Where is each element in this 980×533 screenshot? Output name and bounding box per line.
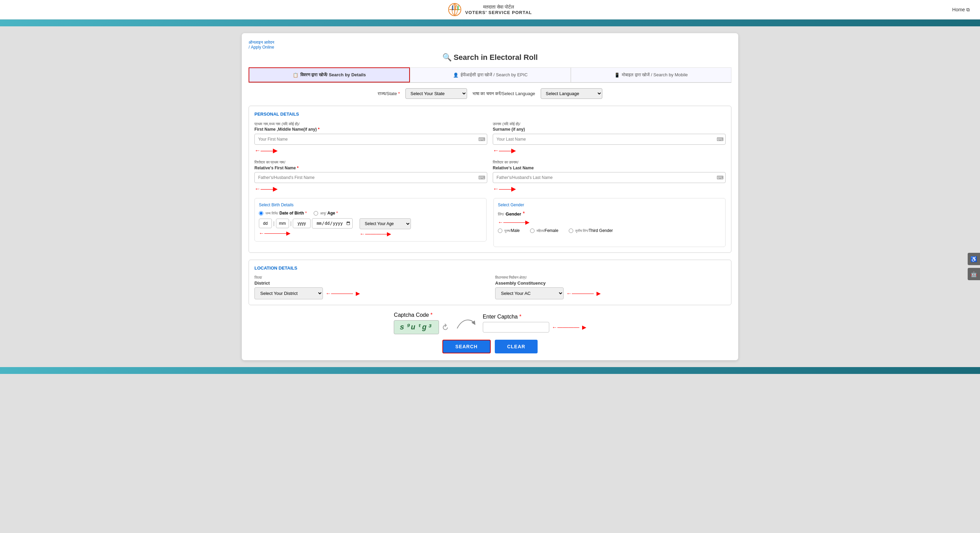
enter-captcha-label: Enter Captcha *	[483, 314, 522, 319]
relative-last-label: रिश्तेदार का उपनाम/ Relative's Last Name	[493, 160, 725, 171]
relative-first-field: रिश्तेदार का प्रथम नाम/ Relative's First…	[255, 160, 487, 193]
age-radio-label[interactable]: आयु/ Age *	[313, 211, 338, 216]
state-select[interactable]: Select Your State	[406, 88, 467, 99]
tab-bar: 📋 विवरण द्वारा खोजें/ Search by Details …	[248, 67, 732, 83]
surname-field: उपनाम (यदि कोई हो)/ Surname (if any) ⌨ ←…	[493, 121, 725, 154]
chat-button[interactable]: 🤖	[968, 268, 980, 280]
language-filter-label: भाषा का चयन करें/Select Language	[473, 91, 535, 97]
keyboard-icon-1: ⌨	[478, 136, 485, 142]
language-select[interactable]: Select Language	[541, 88, 602, 99]
gender-options: पुरुष/Male महिला/Female तृतीय लिंग/Third…	[498, 228, 721, 233]
relative-first-input-wrapper: ⌨	[255, 172, 487, 183]
tab-mobile[interactable]: 📱 मोबाइल द्वारा खोजें / Search by Mobile	[571, 67, 732, 82]
district-field: जिला/ District Select Your District ←———…	[255, 275, 485, 299]
arrow-captcha: ←————	[552, 324, 579, 330]
floating-buttons: ♿ 🤖	[968, 253, 980, 280]
tab-mobile-label: मोबाइल द्वारा खोजें / Search by Mobile	[622, 72, 688, 78]
ac-label: विधानसभा निर्वाचन क्षेत्र/ Assembly Cons…	[495, 275, 725, 286]
keyboard-icon-4: ⌨	[717, 175, 724, 180]
logo-icon	[448, 3, 461, 16]
tab-epic[interactable]: 👤 ईपीआईसी द्वारा खोजें / Search by EPIC	[410, 67, 571, 82]
gender-section: Select Gender लिंग/ Gender * ←———— ▶ पुर…	[493, 198, 725, 247]
dob-radio-label[interactable]: जन्म तिथि/ Date of Birth *	[259, 211, 307, 216]
dob-date-input[interactable]	[312, 218, 353, 228]
logo-area: मतदाता सेवा पोर्टल VOTERS' SERVICE PORTA…	[448, 3, 532, 16]
filter-row: राज्य/State * Select Your State भाषा का …	[248, 88, 732, 99]
location-section-title: LOCATION DETAILS	[255, 265, 725, 271]
age-select[interactable]: Select Your Age	[360, 218, 411, 229]
search-icon: 🔍	[442, 53, 452, 62]
location-fields-row: जिला/ District Select Your District ←———…	[255, 275, 725, 299]
button-row: SEARCH CLEAR	[248, 340, 732, 354]
portal-english: VOTERS' SERVICE PORTAL	[465, 10, 532, 15]
tab-epic-icon: 👤	[453, 73, 458, 78]
relative-last-field: रिश्तेदार का उपनाम/ Relative's Last Name…	[493, 160, 725, 193]
birth-radio-row: जन्म तिथि/ Date of Birth * आयु/ Age *	[259, 211, 482, 216]
main-content: ऑनलाइन आवेदन / Apply Online 🔍 Search in …	[242, 33, 738, 360]
tab-details[interactable]: 📋 विवरण द्वारा खोजें/ Search by Details	[248, 67, 410, 82]
age-radio[interactable]	[313, 211, 318, 216]
district-label: जिला/ District	[255, 275, 485, 286]
dob-mm-input[interactable]	[276, 219, 289, 228]
svg-rect-5	[455, 5, 456, 10]
relative-first-input[interactable]	[255, 172, 487, 183]
arrow-age: ←————	[360, 231, 387, 237]
birth-gender-row: Select Birth Details जन्म तिथि/ Date of …	[255, 198, 725, 247]
dob-dd-input[interactable]	[259, 219, 272, 228]
clear-button[interactable]: CLEAR	[495, 340, 538, 354]
svg-rect-4	[452, 5, 453, 10]
teal-banner	[0, 19, 980, 26]
first-name-input-wrapper: ⌨	[255, 134, 487, 145]
arrow-ac: ←————	[566, 290, 594, 297]
captcha-section: Captcha Code * s⁹uᵗg³ ↻	[248, 312, 732, 334]
ac-field: विधानसभा निर्वाचन क्षेत्र/ Assembly Cons…	[495, 275, 725, 299]
home-link[interactable]: Home ⧉	[952, 7, 970, 13]
captcha-input[interactable]	[483, 322, 549, 333]
birth-details-box: Select Birth Details जन्म तिथि/ Date of …	[255, 198, 487, 241]
first-name-label: प्रथम नाम,मध्य नाम (यदि कोई हो)/ First N…	[255, 121, 487, 132]
captcha-code-group: Captcha Code * s⁹uᵗg³ ↻	[394, 312, 448, 334]
captcha-image: s⁹uᵗg³	[394, 320, 439, 334]
relative-last-input-wrapper: ⌨	[493, 172, 725, 183]
surname-input-wrapper: ⌨	[493, 134, 725, 145]
gender-female-radio[interactable]	[530, 228, 535, 233]
dob-inputs: | |	[259, 218, 353, 228]
search-button[interactable]: SEARCH	[442, 340, 491, 354]
arrow-gender: ←————	[498, 219, 525, 225]
birth-fields: | | ←———— ▶	[259, 218, 482, 237]
gender-male-label[interactable]: पुरुष/Male	[498, 228, 520, 233]
personal-details-section: PERSONAL DETAILS प्रथम नाम,मध्य नाम (यदि…	[248, 106, 732, 253]
accessibility-button[interactable]: ♿	[968, 253, 980, 265]
surname-label: उपनाम (यदि कोई हो)/ Surname (if any)	[493, 121, 725, 132]
gender-other-radio[interactable]	[569, 228, 573, 233]
ac-select[interactable]: Select Your AC	[495, 287, 564, 299]
personal-section-title: PERSONAL DETAILS	[255, 111, 725, 117]
page-title: 🔍 Search in Electoral Roll	[248, 53, 732, 62]
breadcrumb: ऑनलाइन आवेदन / Apply Online	[248, 40, 732, 49]
relative-last-input[interactable]	[493, 172, 725, 183]
arrow-firstname: ←——	[255, 147, 273, 154]
age-select-group: Select Your Age ←———— ▶	[360, 218, 411, 237]
gender-female-label[interactable]: महिला/Female	[530, 228, 558, 233]
location-details-section: LOCATION DETAILS जिला/ District Select Y…	[248, 260, 732, 305]
bottom-teal-banner	[0, 367, 980, 374]
enter-captcha-group: Enter Captcha * ←———— ▶	[483, 314, 586, 333]
dob-yyyy-input[interactable]	[293, 219, 310, 228]
first-name-field: प्रथम नाम,मध्य नाम (यदि कोई हो)/ First N…	[255, 121, 487, 154]
first-name-input[interactable]	[255, 134, 487, 145]
gender-male-radio[interactable]	[498, 228, 502, 233]
captcha-refresh-icon[interactable]: ↻	[439, 322, 451, 333]
portal-hindi: मतदाता सेवा पोर्टल	[465, 4, 532, 10]
gender-label-row: लिंग/ Gender *	[498, 211, 721, 217]
birth-details-title: Select Birth Details	[259, 203, 482, 207]
keyboard-icon-2: ⌨	[717, 136, 724, 142]
surname-input[interactable]	[493, 134, 725, 145]
dob-radio[interactable]	[259, 211, 263, 216]
gender-other-label[interactable]: तृतीय लिंग/Third Gender	[569, 228, 613, 233]
district-select[interactable]: Select Your District	[255, 287, 323, 299]
tab-details-label: विवरण द्वारा खोजें/ Search by Details	[300, 72, 366, 78]
portal-name: मतदाता सेवा पोर्टल VOTERS' SERVICE PORTA…	[465, 4, 532, 15]
tab-mobile-icon: 📱	[614, 73, 620, 78]
arrow-rel-last: ←——	[493, 186, 511, 193]
state-filter-label: राज्य/State *	[378, 91, 400, 97]
